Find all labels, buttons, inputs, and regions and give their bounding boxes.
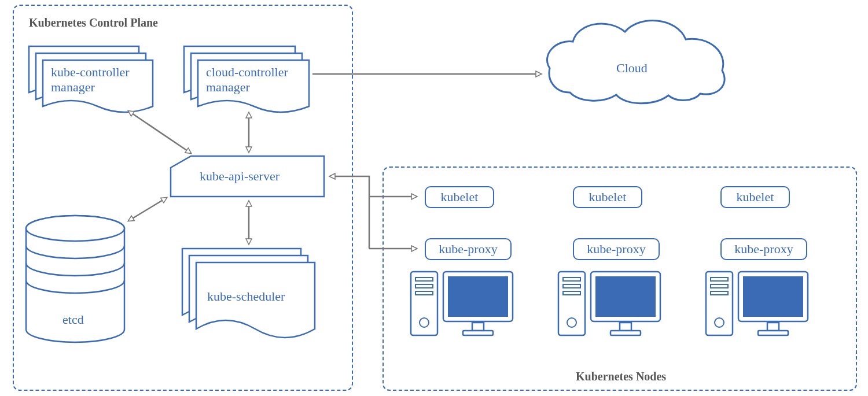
control-plane-title: Kubernetes Control Plane bbox=[29, 16, 158, 29]
kube-proxy-label: kube-proxy bbox=[734, 242, 793, 256]
kube-proxy-pill: kube-proxy bbox=[720, 238, 807, 260]
kube-proxy-pill: kube-proxy bbox=[425, 238, 512, 260]
kubelet-label: kubelet bbox=[737, 190, 774, 204]
kube-proxy-label: kube-proxy bbox=[587, 242, 645, 256]
kube-proxy-label: kube-proxy bbox=[439, 242, 497, 256]
kubelet-pill: kubelet bbox=[573, 186, 642, 208]
kube-proxy-pill: kube-proxy bbox=[573, 238, 660, 260]
control-plane-box bbox=[13, 5, 353, 391]
kubelet-pill: kubelet bbox=[720, 186, 790, 208]
nodes-title: Kubernetes Nodes bbox=[576, 370, 666, 383]
kubelet-label: kubelet bbox=[441, 190, 479, 204]
cloud-label: Cloud bbox=[616, 61, 648, 75]
kubelet-pill: kubelet bbox=[425, 186, 494, 208]
kubelet-label: kubelet bbox=[589, 190, 627, 204]
cloud-shape bbox=[547, 21, 725, 103]
